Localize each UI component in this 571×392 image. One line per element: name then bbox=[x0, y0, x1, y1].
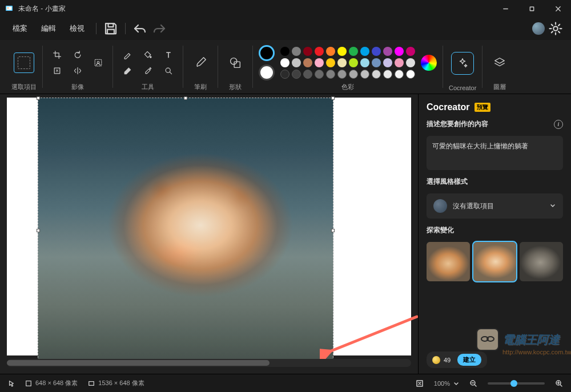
palette-color[interactable] bbox=[395, 70, 404, 79]
palette-color[interactable] bbox=[303, 47, 312, 56]
app-icon bbox=[5, 4, 14, 13]
cocreator-button[interactable] bbox=[451, 52, 474, 75]
credits-count: 49 bbox=[444, 357, 451, 363]
fit-to-window-button[interactable] bbox=[416, 379, 424, 387]
canvas-area[interactable] bbox=[0, 94, 418, 374]
zoom-out-button[interactable] bbox=[469, 379, 477, 387]
preview-badge: 預覽 bbox=[475, 103, 490, 112]
palette-color[interactable] bbox=[326, 58, 335, 67]
palette-color[interactable] bbox=[406, 58, 415, 67]
minimize-button[interactable] bbox=[492, 0, 518, 17]
info-icon[interactable]: i bbox=[554, 120, 563, 129]
redo-button[interactable] bbox=[151, 20, 168, 37]
palette-color[interactable] bbox=[315, 70, 324, 79]
palette-color[interactable] bbox=[280, 47, 289, 56]
palette-color[interactable] bbox=[349, 47, 358, 56]
user-avatar[interactable] bbox=[532, 22, 545, 35]
palette-color[interactable] bbox=[383, 70, 392, 79]
palette-color[interactable] bbox=[372, 47, 381, 56]
magnifier-tool[interactable] bbox=[160, 63, 177, 78]
svg-rect-19 bbox=[89, 381, 94, 385]
generate-button[interactable]: 建立 bbox=[457, 354, 481, 366]
text-tool[interactable] bbox=[160, 47, 177, 62]
zoom-level[interactable]: 100% bbox=[434, 380, 459, 387]
palette-color[interactable] bbox=[372, 70, 381, 79]
edit-colors-button[interactable] bbox=[421, 55, 437, 71]
remove-background-tool[interactable] bbox=[90, 48, 107, 78]
horizontal-scrollbar[interactable] bbox=[7, 359, 411, 367]
resize-tool[interactable] bbox=[49, 63, 66, 78]
settings-button[interactable] bbox=[547, 20, 564, 37]
undo-button[interactable] bbox=[131, 20, 148, 37]
crop-tool[interactable] bbox=[49, 47, 66, 62]
svg-line-27 bbox=[560, 385, 562, 386]
palette-color[interactable] bbox=[292, 58, 301, 67]
eraser-tool[interactable] bbox=[119, 63, 136, 78]
menu-edit[interactable]: 編輯 bbox=[35, 20, 62, 37]
svg-rect-7 bbox=[108, 23, 114, 27]
flip-tool[interactable] bbox=[69, 63, 86, 78]
palette-color[interactable] bbox=[395, 58, 404, 67]
shapes-tool[interactable] bbox=[224, 51, 247, 74]
palette-color[interactable] bbox=[395, 47, 404, 56]
fill-tool[interactable] bbox=[139, 47, 156, 62]
svg-point-13 bbox=[150, 56, 151, 57]
menu-file[interactable]: 檔案 bbox=[7, 20, 33, 37]
menu-view[interactable]: 檢視 bbox=[64, 20, 90, 37]
palette-color[interactable] bbox=[406, 47, 415, 56]
color-secondary[interactable] bbox=[259, 64, 275, 80]
palette-color[interactable] bbox=[360, 58, 369, 67]
color-primary[interactable] bbox=[259, 45, 275, 61]
palette-color[interactable] bbox=[280, 70, 289, 79]
color-palette bbox=[280, 47, 415, 79]
palette-color[interactable] bbox=[372, 58, 381, 67]
palette-color[interactable] bbox=[280, 58, 289, 67]
svg-point-2 bbox=[7, 7, 9, 9]
palette-color[interactable] bbox=[337, 47, 347, 56]
save-button[interactable] bbox=[102, 20, 119, 37]
brush-tool[interactable] bbox=[189, 51, 212, 74]
svg-rect-18 bbox=[26, 381, 31, 386]
prompt-input[interactable] bbox=[427, 136, 563, 170]
close-button[interactable] bbox=[545, 0, 571, 17]
style-select[interactable]: 沒有選取項目 bbox=[427, 193, 563, 219]
select-tool[interactable] bbox=[13, 51, 35, 74]
maximize-button[interactable] bbox=[518, 0, 545, 17]
palette-color[interactable] bbox=[303, 70, 312, 79]
eyedropper-tool[interactable] bbox=[139, 63, 156, 78]
palette-color[interactable] bbox=[326, 47, 335, 56]
menu-bar: 檔案 編輯 檢視 bbox=[0, 17, 571, 40]
variant-2[interactable] bbox=[473, 242, 517, 281]
palette-color[interactable] bbox=[406, 70, 415, 79]
variant-1[interactable] bbox=[427, 242, 470, 281]
palette-color[interactable] bbox=[292, 47, 301, 56]
palette-color[interactable] bbox=[315, 47, 324, 56]
zoom-in-button[interactable] bbox=[555, 379, 563, 387]
cursor-tool-indicator bbox=[8, 380, 15, 387]
group-tools: 工具 bbox=[114, 40, 182, 94]
cocreator-panel: Cocreator 預覽 描述您要創作的內容 i 選擇風格樣式 沒有選取項目 探… bbox=[418, 94, 571, 374]
svg-rect-8 bbox=[107, 30, 114, 34]
palette-color[interactable] bbox=[360, 47, 369, 56]
group-selection: 選取項目 bbox=[7, 40, 41, 94]
palette-color[interactable] bbox=[349, 70, 358, 79]
pencil-tool[interactable] bbox=[119, 47, 136, 62]
rotate-tool[interactable] bbox=[69, 47, 86, 62]
zoom-slider[interactable] bbox=[488, 382, 545, 385]
ribbon-toolbar: 選取項目 影像 bbox=[0, 40, 571, 94]
palette-color[interactable] bbox=[383, 47, 392, 56]
chevron-down-icon bbox=[549, 202, 556, 211]
layers-button[interactable] bbox=[488, 51, 511, 74]
palette-color[interactable] bbox=[337, 58, 347, 67]
palette-color[interactable] bbox=[315, 58, 324, 67]
image-on-canvas[interactable] bbox=[38, 98, 333, 363]
palette-color[interactable] bbox=[349, 58, 358, 67]
palette-color[interactable] bbox=[337, 70, 347, 79]
palette-color[interactable] bbox=[383, 58, 392, 67]
palette-color[interactable] bbox=[360, 70, 369, 79]
credits-icon bbox=[432, 356, 440, 364]
palette-color[interactable] bbox=[326, 70, 335, 79]
palette-color[interactable] bbox=[292, 70, 301, 79]
palette-color[interactable] bbox=[303, 58, 312, 67]
variant-3[interactable] bbox=[520, 242, 563, 281]
